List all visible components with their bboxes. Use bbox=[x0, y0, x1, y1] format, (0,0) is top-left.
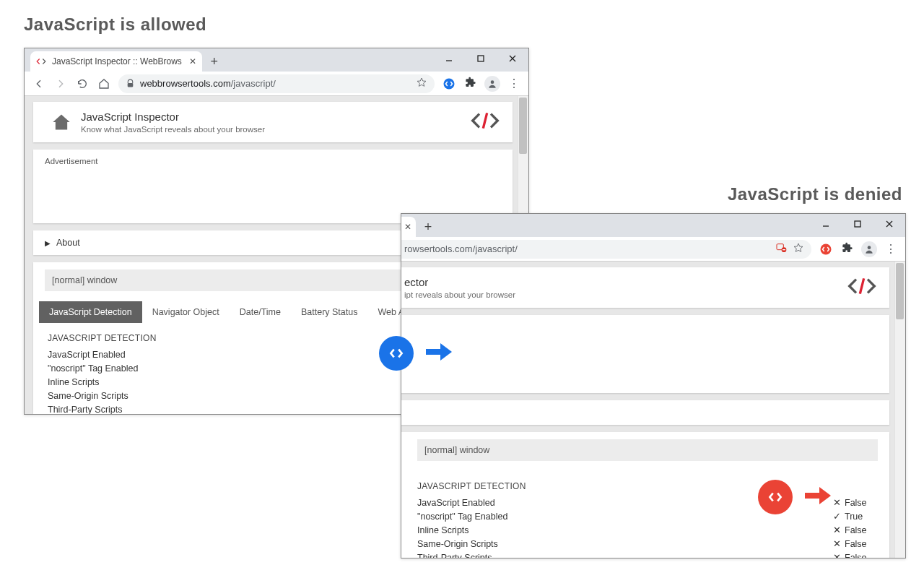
forward-button[interactable] bbox=[51, 74, 71, 94]
caption-allowed: JavaScript is allowed bbox=[24, 14, 206, 35]
svg-rect-4 bbox=[128, 83, 134, 87]
row-label: Third-Party Scripts bbox=[417, 553, 832, 558]
titlebar: JavaScript Inspector :: WebBrows ✕ + bbox=[25, 48, 528, 72]
window-label: [normal] window bbox=[417, 439, 878, 461]
url-host: webbrowsertools.com bbox=[140, 78, 231, 89]
extensions-puzzle-icon[interactable] bbox=[461, 74, 481, 94]
new-tab-button[interactable]: + bbox=[205, 52, 224, 71]
about-label: About bbox=[56, 238, 80, 248]
tab-title: JavaScript Inspector :: WebBrows bbox=[52, 56, 182, 66]
svg-line-17 bbox=[860, 278, 863, 293]
row-value: False bbox=[845, 498, 875, 508]
profile-avatar[interactable] bbox=[482, 74, 502, 94]
tab-battery[interactable]: Battery Status bbox=[291, 301, 368, 323]
window-controls bbox=[433, 48, 528, 72]
row-value: False bbox=[845, 525, 875, 535]
page-title: JavaScript Inspector bbox=[81, 111, 471, 123]
row-label: Inline Scripts bbox=[417, 525, 832, 535]
code-brackets-icon bbox=[471, 111, 500, 134]
svg-point-16 bbox=[868, 246, 871, 249]
new-tab-button[interactable]: + bbox=[419, 217, 437, 236]
browser-tab[interactable]: JavaScript Inspector :: WebBrows ✕ bbox=[30, 51, 202, 72]
page-subtitle: ipt reveals about your browser bbox=[404, 290, 847, 299]
row-label: Same-Origin Scripts bbox=[48, 391, 455, 401]
svg-point-6 bbox=[491, 80, 494, 84]
reload-button[interactable] bbox=[72, 74, 92, 94]
tab-datetime[interactable]: Date/Time bbox=[230, 301, 291, 323]
highlight-marker-denied bbox=[758, 480, 833, 514]
close-window-button[interactable] bbox=[873, 214, 905, 234]
x-icon: ✕ bbox=[832, 538, 842, 549]
svg-line-7 bbox=[483, 113, 487, 128]
home-button[interactable] bbox=[94, 74, 114, 94]
svg-rect-9 bbox=[855, 221, 860, 227]
lock-icon bbox=[126, 79, 136, 88]
check-icon: ✓ bbox=[832, 511, 842, 522]
js-extension-icon[interactable] bbox=[816, 239, 836, 259]
row-value: False bbox=[845, 553, 875, 558]
row-value: True bbox=[845, 512, 875, 522]
arrow-right-icon bbox=[424, 337, 454, 369]
row-value: False bbox=[845, 539, 875, 549]
bookmark-star-icon[interactable] bbox=[793, 242, 804, 256]
js-extension-icon[interactable] bbox=[439, 74, 459, 94]
x-icon: ✕ bbox=[832, 497, 842, 508]
maximize-button[interactable] bbox=[842, 214, 873, 234]
svg-rect-1 bbox=[478, 56, 484, 61]
address-bar: webbrowsertools.com/javascript/ ⋮ bbox=[25, 72, 528, 96]
extensions-puzzle-icon[interactable] bbox=[837, 239, 858, 259]
caption-denied: JavaScript is denied bbox=[728, 184, 902, 204]
browser-menu-button[interactable]: ⋮ bbox=[504, 74, 524, 94]
page-subtitle: Know what JavaScript reveals about your … bbox=[81, 125, 471, 134]
minimize-button[interactable] bbox=[433, 48, 465, 69]
row-label: Third-Party Scripts bbox=[48, 405, 455, 415]
code-brackets-icon bbox=[847, 276, 876, 299]
highlight-marker-allowed bbox=[379, 336, 454, 371]
x-icon: ✕ bbox=[832, 552, 842, 558]
site-home-icon[interactable] bbox=[46, 112, 77, 132]
titlebar: ✕ + bbox=[401, 214, 905, 237]
tab-close-icon[interactable]: ✕ bbox=[188, 56, 198, 66]
about-toggle[interactable] bbox=[401, 400, 889, 425]
arrow-right-icon bbox=[803, 481, 833, 513]
js-badge-red-icon bbox=[758, 480, 793, 514]
browser-tab-partial[interactable]: ✕ bbox=[401, 217, 416, 237]
tab-favicon-code-icon bbox=[36, 56, 46, 66]
browser-menu-button[interactable]: ⋮ bbox=[881, 239, 901, 259]
window-controls bbox=[810, 214, 905, 237]
page-header-card: JavaScript Inspector Know what JavaScrip… bbox=[33, 102, 513, 142]
row-label: Same-Origin Scripts bbox=[417, 539, 832, 549]
detection-row: Same-Origin Scripts✕False bbox=[417, 537, 875, 551]
disclosure-triangle-icon: ▶ bbox=[45, 239, 51, 247]
advertisement-area bbox=[401, 315, 889, 393]
url-field[interactable]: webbrowsertools.com/javascript/ bbox=[118, 74, 435, 93]
advertisement-area: Advertisement bbox=[33, 150, 513, 223]
js-badge-blue-icon bbox=[379, 336, 414, 371]
row-label: Inline Scripts bbox=[48, 377, 455, 387]
profile-avatar[interactable] bbox=[859, 239, 879, 259]
url-path: /javascript/ bbox=[231, 78, 276, 89]
detection-row: Third-Party Scripts✕False bbox=[417, 551, 875, 558]
scrollbar[interactable] bbox=[894, 262, 905, 558]
tab-close-icon[interactable]: ✕ bbox=[403, 222, 413, 232]
back-button[interactable] bbox=[29, 74, 49, 94]
url-field[interactable]: rowsertools.com/javascript/ bbox=[401, 240, 811, 259]
bookmark-star-icon[interactable] bbox=[416, 77, 427, 90]
maximize-button[interactable] bbox=[465, 48, 497, 69]
url-path: rowsertools.com/javascript/ bbox=[404, 243, 518, 254]
blocked-content-icon[interactable] bbox=[775, 242, 787, 256]
tab-js-detection[interactable]: JavaScript Detection bbox=[39, 301, 142, 323]
address-bar: rowsertools.com/javascript/ ⋮ bbox=[401, 237, 905, 262]
svg-rect-14 bbox=[783, 249, 785, 250]
x-icon: ✕ bbox=[832, 525, 842, 535]
close-window-button[interactable] bbox=[497, 48, 528, 69]
minimize-button[interactable] bbox=[810, 214, 842, 234]
tab-navigator[interactable]: Navigator Object bbox=[142, 301, 230, 323]
page-title: ector bbox=[404, 276, 847, 288]
page-header-card: ector ipt reveals about your browser bbox=[401, 267, 889, 308]
detection-row: Inline Scripts✕False bbox=[417, 523, 875, 537]
